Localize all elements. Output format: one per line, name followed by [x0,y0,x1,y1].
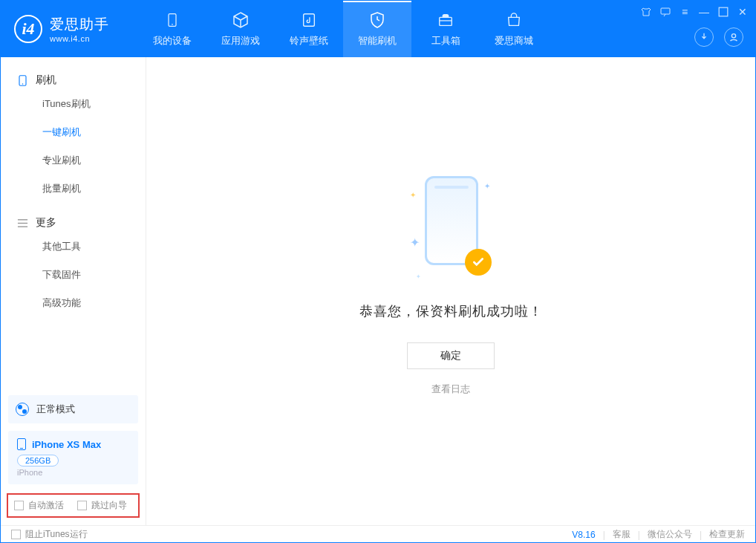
nav-tabs: 我的设备 应用游戏 铃声壁纸 智能刷机 工具箱 爱思商城 [138,1,548,57]
device-mode-box[interactable]: 正常模式 [8,395,138,423]
check-icon [465,249,492,276]
device-info-box[interactable]: iPhone XS Max 256GB iPhone [8,431,138,484]
app-header: i4 爱思助手 www.i4.cn 我的设备 应用游戏 铃声壁纸 智能刷机 工具… [1,1,755,57]
svg-rect-4 [661,8,670,14]
checkbox-auto-activate[interactable]: 自动激活 [14,499,64,512]
toolbox-icon [436,10,455,30]
mode-icon [16,403,29,416]
main-content: ✦✦✦✦ 恭喜您，保资料刷机成功啦！ 确定 查看日志 [146,57,755,525]
minimize-icon[interactable]: — [699,7,709,17]
nav-tab-toolbox[interactable]: 工具箱 [411,1,480,57]
sidebar-item-batch-flash[interactable]: 批量刷机 [1,175,146,203]
device-icon [163,10,182,30]
footer-link-support[interactable]: 客服 [613,528,630,541]
sidebar-group-more: 更多 [1,210,146,233]
checkbox-skip-guide[interactable]: 跳过向导 [77,499,127,512]
window-controls: ≡ — ✕ [641,7,748,17]
music-icon [299,10,319,30]
sidebar-item-download-firmware[interactable]: 下载固件 [1,261,146,289]
shirt-icon[interactable] [641,7,651,17]
close-icon[interactable]: ✕ [737,7,748,17]
storage-badge: 256GB [17,455,59,466]
sidebar-item-itunes-flash[interactable]: iTunes刷机 [1,90,146,118]
shop-icon [504,10,524,30]
shield-icon [368,10,387,30]
sidebar-item-other-tools[interactable]: 其他工具 [1,233,146,261]
download-button[interactable] [694,27,714,47]
svg-rect-5 [719,7,728,16]
logo-area: i4 爱思助手 www.i4.cn [1,15,138,43]
logo-icon: i4 [14,15,42,43]
sidebar-item-oneclick-flash[interactable]: 一键刷机 [1,118,146,146]
maximize-icon[interactable] [718,7,729,17]
phone-icon [17,438,26,450]
nav-tab-apps[interactable]: 应用游戏 [206,1,275,57]
ok-button[interactable]: 确定 [407,342,495,369]
sidebar-item-advanced[interactable]: 高级功能 [1,289,146,317]
svg-point-6 [731,34,735,38]
nav-tab-flash[interactable]: 智能刷机 [343,1,411,57]
footer-link-wechat[interactable]: 微信公众号 [648,528,692,541]
nav-tab-ringtone[interactable]: 铃声壁纸 [275,1,343,57]
app-subtitle: www.i4.cn [50,34,109,43]
feedback-icon[interactable] [660,7,671,17]
version-label: V8.16 [572,530,595,540]
device-type: iPhone [17,468,129,477]
sidebar-item-pro-flash[interactable]: 专业刷机 [1,146,146,175]
nav-tab-shop[interactable]: 爱思商城 [480,1,548,57]
svg-point-8 [22,83,24,85]
footer: 阻止iTunes运行 V8.16 | 客服 | 微信公众号 | 检查更新 [1,525,755,543]
sidebar: 刷机 iTunes刷机 一键刷机 专业刷机 批量刷机 更多 其他工具 下载固件 … [1,57,146,525]
checkbox-block-itunes[interactable]: 阻止iTunes运行 [11,528,88,541]
success-message: 恭喜您，保资料刷机成功啦！ [359,302,543,320]
success-illustration: ✦✦✦✦ [410,176,492,280]
sidebar-group-flash: 刷机 [1,68,146,90]
activation-options: 自动激活 跳过向导 [7,493,140,518]
cube-icon [231,10,250,30]
nav-tab-device[interactable]: 我的设备 [138,1,206,57]
footer-link-update[interactable]: 检查更新 [709,528,745,541]
app-title: 爱思助手 [50,15,109,34]
svg-rect-3 [440,17,452,25]
svg-rect-2 [304,14,315,27]
view-log-link[interactable]: 查看日志 [431,383,470,396]
svg-point-1 [172,24,173,25]
user-button[interactable] [724,27,743,47]
menu-icon[interactable]: ≡ [680,7,690,17]
device-name: iPhone XS Max [32,439,101,450]
